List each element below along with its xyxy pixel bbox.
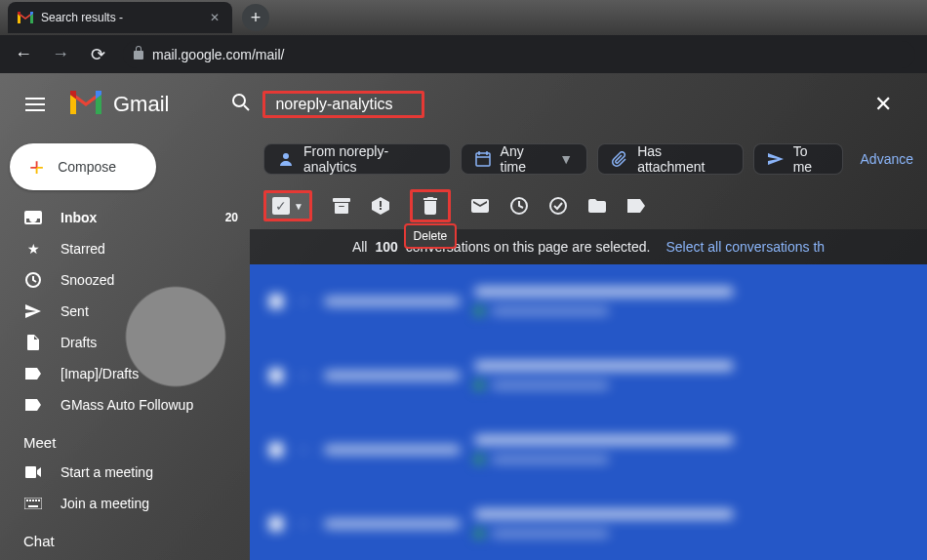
label-icon	[23, 399, 43, 411]
select-all-conversations-link[interactable]: Select all conversations th	[665, 239, 825, 255]
message-row[interactable]: ☆	[250, 339, 927, 413]
sidebar-item-starred[interactable]: ★ Starred	[0, 233, 250, 264]
advanced-search-link[interactable]: Advance	[861, 151, 913, 167]
status-dot	[474, 306, 484, 316]
label-icon[interactable]	[626, 196, 646, 216]
search-icon[interactable]	[231, 93, 251, 116]
chip-label: From noreply-analytics	[303, 143, 436, 175]
sidebar-item-label: Snoozed	[60, 272, 114, 288]
status-dot	[474, 380, 484, 390]
reload-button[interactable]: ⟳	[86, 43, 109, 66]
sidebar-item-inbox[interactable]: Inbox 20	[0, 202, 250, 233]
chevron-down-icon: ▼	[559, 151, 573, 167]
star-icon[interactable]: ☆	[297, 440, 310, 459]
meet-item-label: Start a meeting	[60, 464, 153, 480]
snooze-icon[interactable]	[509, 196, 529, 216]
snippet-text	[492, 307, 609, 315]
lock-icon	[133, 46, 144, 62]
selection-count: 100	[375, 239, 397, 255]
svg-rect-19	[333, 198, 350, 202]
message-row[interactable]: ☆	[250, 487, 927, 560]
row-checkbox[interactable]	[269, 443, 283, 457]
compose-button[interactable]: + Compose	[10, 143, 156, 190]
chip-label: To me	[793, 143, 828, 175]
start-meeting-button[interactable]: Start a meeting	[0, 457, 250, 488]
row-checkbox[interactable]	[269, 517, 283, 531]
move-icon[interactable]	[587, 196, 607, 216]
clock-icon	[23, 272, 43, 288]
snippet-text	[492, 456, 609, 463]
label-icon	[23, 368, 43, 380]
url-text: mail.google.com/mail/	[152, 47, 284, 62]
chip-to-me[interactable]: To me	[753, 143, 843, 175]
join-meeting-button[interactable]: Join a meeting	[0, 488, 250, 519]
sidebar-item-sent[interactable]: Sent	[0, 296, 250, 327]
meet-section-label: Meet	[0, 420, 250, 457]
selection-banner: All 100 conversations on this page are s…	[250, 229, 927, 264]
subject-text	[474, 361, 734, 371]
sidebar-item-label: [Imap]/Drafts	[60, 366, 139, 381]
search-container	[231, 91, 424, 118]
select-dropdown-icon[interactable]: ▼	[294, 201, 303, 212]
message-row[interactable]: ☆	[250, 413, 927, 487]
back-button[interactable]: ←	[12, 43, 35, 66]
svg-point-3	[233, 95, 245, 106]
browser-tab[interactable]: Search results - ✕	[8, 2, 232, 33]
main-menu-button[interactable]	[16, 85, 55, 124]
task-icon[interactable]	[548, 196, 568, 216]
message-row[interactable]: ☆	[250, 264, 927, 339]
svg-rect-12	[38, 500, 40, 501]
chip-label: Has attachment	[637, 143, 729, 175]
svg-point-14	[283, 153, 289, 159]
svg-point-21	[550, 198, 566, 214]
mark-unread-icon[interactable]	[470, 196, 490, 216]
star-icon[interactable]: ☆	[297, 292, 310, 310]
subject-text	[474, 435, 734, 445]
row-checkbox[interactable]	[269, 369, 283, 382]
archive-icon[interactable]	[332, 196, 351, 216]
new-tab-button[interactable]: +	[242, 4, 269, 31]
main-content: From noreply-analytics Any time ▼ Has at…	[250, 136, 927, 560]
attachment-icon	[612, 151, 627, 167]
chip-attachment[interactable]: Has attachment	[597, 143, 744, 175]
forward-button[interactable]: →	[49, 43, 72, 66]
sidebar-item-label: Inbox	[60, 210, 97, 225]
chat-section-label: Chat	[0, 519, 250, 555]
compose-label: Compose	[58, 159, 116, 175]
close-tab-icon[interactable]: ✕	[207, 10, 222, 25]
search-input[interactable]	[275, 96, 412, 113]
chip-time[interactable]: Any time ▼	[461, 143, 588, 175]
svg-rect-8	[26, 500, 28, 501]
sidebar-item-gmass[interactable]: GMass Auto Followup	[0, 389, 250, 420]
svg-rect-0	[25, 98, 45, 100]
sidebar-item-drafts[interactable]: Drafts	[0, 327, 250, 358]
gmail-logo[interactable]: Gmail	[68, 89, 169, 120]
clear-search-icon[interactable]: ✕	[874, 92, 892, 117]
star-icon[interactable]: ☆	[297, 366, 310, 384]
sidebar-item-imap-drafts[interactable]: [Imap]/Drafts	[0, 358, 250, 389]
star-icon: ★	[23, 241, 43, 257]
sidebar-item-snoozed[interactable]: Snoozed	[0, 264, 250, 296]
svg-rect-9	[29, 500, 31, 501]
gmail-text: Gmail	[113, 92, 169, 117]
snippet-text	[492, 530, 609, 538]
spam-icon[interactable]	[371, 196, 390, 216]
svg-rect-13	[28, 505, 38, 507]
inbox-count: 20	[225, 211, 238, 224]
delete-icon[interactable]	[421, 196, 440, 216]
star-icon[interactable]: ☆	[297, 514, 310, 533]
browser-chrome: Search results - ✕ + ← → ⟳ mail.google.c…	[0, 0, 927, 73]
sidebar: + Compose Inbox 20 ★ Starred Snoozed Sen…	[0, 136, 250, 560]
file-icon	[23, 335, 43, 350]
chip-from[interactable]: From noreply-analytics	[263, 143, 451, 175]
select-all-checkbox[interactable]: ✓	[272, 197, 290, 215]
subject-text	[474, 509, 734, 519]
video-icon	[23, 466, 43, 478]
row-checkbox[interactable]	[269, 295, 283, 308]
sender-text	[324, 519, 461, 529]
svg-rect-6	[25, 466, 36, 478]
browser-tabs: Search results - ✕ +	[0, 0, 927, 35]
delete-tooltip: Delete	[404, 223, 458, 249]
address-bar[interactable]: mail.google.com/mail/	[123, 41, 915, 68]
gmail-app: Gmail ✕ + Compose Inbox 20 ★ Starred	[0, 73, 927, 560]
